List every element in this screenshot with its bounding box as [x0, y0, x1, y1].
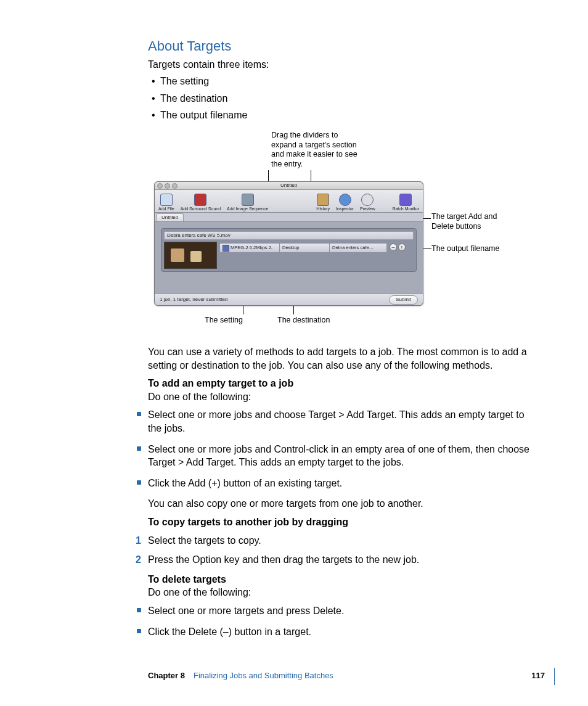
- target-destination[interactable]: Desktop: [280, 243, 330, 253]
- add-surround-button[interactable]: Add Surround Sound: [181, 194, 221, 211]
- add-image-seq-button[interactable]: Add Image Sequence: [227, 194, 268, 211]
- submit-button[interactable]: Submit: [389, 295, 418, 305]
- list-item: Click the Add (+) button of an existing …: [138, 477, 533, 490]
- target-row[interactable]: MPEG-2 6.2Mbps 2- Desktop Debra enters c…: [219, 243, 414, 252]
- add-file-button[interactable]: Add File: [158, 194, 174, 211]
- target-filename[interactable]: Debra enters cafe…: [330, 243, 387, 253]
- list-item: Select one or more jobs and choose Targe…: [138, 408, 533, 435]
- list-item: Select the targets to copy.: [138, 534, 533, 548]
- window-titlebar: Untitled: [155, 182, 423, 190]
- subhead: To copy targets to another job by draggi…: [148, 515, 533, 529]
- list-item: The setting: [148, 75, 533, 88]
- subhead-note: Do one of the following:: [148, 392, 251, 402]
- preview-icon: [361, 194, 374, 206]
- list-item: The destination: [148, 92, 533, 105]
- target-setting[interactable]: MPEG-2 6.2Mbps 2-: [219, 243, 280, 253]
- toolbar-label: Add File: [158, 207, 174, 211]
- numbered-list: Select the targets to copy. Press the Op…: [148, 534, 533, 567]
- footer-chapter: Chapter 8: [148, 670, 185, 681]
- page-number: 117: [531, 670, 545, 681]
- list-item: Select one or more jobs and Control-clic…: [138, 443, 533, 469]
- setting-icon: [223, 245, 229, 252]
- add-file-icon: [160, 194, 173, 206]
- body-paragraph: You can use a variety of methods to add …: [148, 345, 533, 372]
- annotation-destination: The destination: [277, 316, 330, 326]
- toolbar-label: History: [316, 207, 330, 211]
- annotation-top: Drag the dividers to expand a target's s…: [271, 131, 361, 170]
- target-add-button[interactable]: +: [398, 244, 406, 251]
- list-item: Click the Delete (–) button in a target.: [138, 625, 533, 639]
- status-text: 1 job, 1 target, never submitted: [160, 297, 227, 303]
- annotation-setting: The setting: [205, 316, 243, 326]
- page-footer: Chapter 8 Finalizing Jobs and Submitting…: [148, 670, 545, 681]
- zoom-icon[interactable]: [172, 183, 178, 189]
- toolbar: Add File Add Surround Sound Add Image Se…: [155, 190, 423, 213]
- items-list: The setting The destination The output f…: [148, 75, 533, 122]
- toolbar-label: Preview: [360, 207, 375, 211]
- subhead: To add an empty target to a job: [148, 378, 293, 388]
- job-header: Debra enters cafe WS 5.mov: [164, 231, 414, 240]
- tab-bar: Untitled: [155, 213, 423, 222]
- image-seq-icon: [242, 194, 254, 206]
- list-item: Press the Option key and then drag the t…: [138, 553, 533, 567]
- toolbar-label: Add Surround Sound: [181, 207, 221, 211]
- job-thumbnail: [164, 242, 217, 269]
- footer-rule: [554, 668, 555, 685]
- annotation-output-filename: The output filename: [431, 244, 518, 254]
- body-paragraph: You can also copy one or more targets fr…: [148, 497, 533, 511]
- status-bar: 1 job, 1 target, never submitted Submit: [155, 293, 423, 305]
- tab-untitled[interactable]: Untitled: [156, 213, 184, 221]
- setting-label: MPEG-2 6.2Mbps 2-: [231, 244, 272, 252]
- section-heading: About Targets: [148, 37, 533, 55]
- history-icon: [317, 194, 329, 206]
- work-area: Debra enters cafe WS 5.mov MPEG-2 6.2Mbp…: [155, 222, 423, 278]
- target-delete-button[interactable]: –: [390, 244, 397, 251]
- batch-monitor-button[interactable]: Batch Monitor: [393, 194, 419, 211]
- inspector-button[interactable]: Inspector: [336, 194, 354, 211]
- toolbar-label: Batch Monitor: [393, 207, 419, 211]
- batch-monitor-icon: [399, 194, 412, 206]
- window-controls[interactable]: [157, 183, 178, 189]
- subhead-note: Do one of the following:: [148, 587, 251, 597]
- surround-icon: [194, 194, 206, 206]
- list-item: Select one or more targets and press Del…: [138, 604, 533, 618]
- toolbar-label: Inspector: [336, 207, 354, 211]
- figure: Drag the dividers to expand a target's s…: [142, 133, 533, 330]
- toolbar-label: Add Image Sequence: [227, 207, 268, 211]
- footer-title: Finalizing Jobs and Submitting Batches: [194, 670, 333, 681]
- annotation-add-delete: The target Add and Delete buttons: [431, 212, 518, 231]
- preview-button[interactable]: Preview: [360, 194, 375, 211]
- subhead: To delete targets: [148, 574, 226, 585]
- square-list: Select one or more targets and press Del…: [148, 604, 533, 638]
- intro-text: Targets contain three items:: [148, 58, 533, 72]
- square-list: Select one or more jobs and choose Targe…: [148, 408, 533, 490]
- window-title: Untitled: [280, 183, 297, 188]
- close-icon[interactable]: [157, 183, 163, 189]
- minimize-icon[interactable]: [165, 183, 170, 189]
- history-button[interactable]: History: [316, 194, 330, 211]
- job[interactable]: Debra enters cafe WS 5.mov MPEG-2 6.2Mbp…: [161, 228, 417, 272]
- list-item: The output filename: [148, 109, 533, 122]
- app-window: Untitled Add File Add Surround Sound Add…: [154, 181, 423, 306]
- inspector-icon: [339, 194, 351, 206]
